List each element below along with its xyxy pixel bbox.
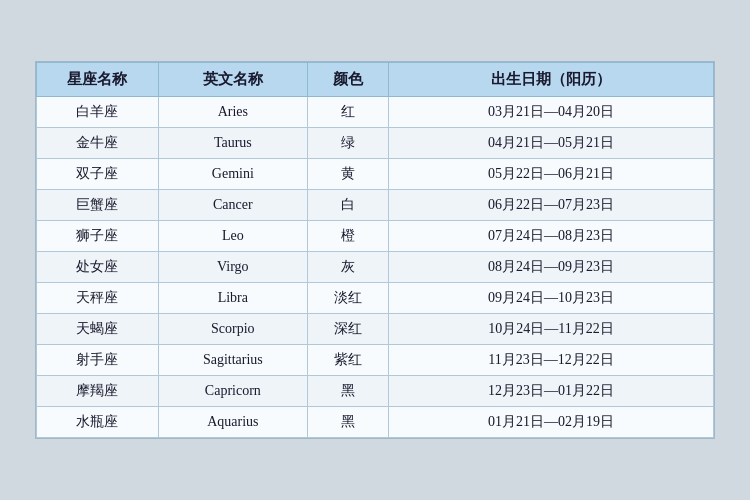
cell-chinese: 巨蟹座: [37, 190, 159, 221]
cell-color: 黄: [307, 159, 388, 190]
cell-english: Gemini: [158, 159, 307, 190]
cell-chinese: 双子座: [37, 159, 159, 190]
cell-english: Capricorn: [158, 376, 307, 407]
table-row: 天秤座Libra淡红09月24日—10月23日: [37, 283, 714, 314]
cell-chinese: 摩羯座: [37, 376, 159, 407]
cell-chinese: 白羊座: [37, 97, 159, 128]
cell-chinese: 射手座: [37, 345, 159, 376]
cell-english: Sagittarius: [158, 345, 307, 376]
header-english: 英文名称: [158, 63, 307, 97]
cell-chinese: 天秤座: [37, 283, 159, 314]
cell-dates: 08月24日—09月23日: [389, 252, 714, 283]
table-body: 白羊座Aries红03月21日—04月20日金牛座Taurus绿04月21日—0…: [37, 97, 714, 438]
table-row: 水瓶座Aquarius黑01月21日—02月19日: [37, 407, 714, 438]
cell-color: 紫红: [307, 345, 388, 376]
cell-dates: 10月24日—11月22日: [389, 314, 714, 345]
table-row: 摩羯座Capricorn黑12月23日—01月22日: [37, 376, 714, 407]
cell-dates: 07月24日—08月23日: [389, 221, 714, 252]
zodiac-table-container: 星座名称 英文名称 颜色 出生日期（阳历） 白羊座Aries红03月21日—04…: [35, 61, 715, 439]
cell-english: Aries: [158, 97, 307, 128]
table-row: 双子座Gemini黄05月22日—06月21日: [37, 159, 714, 190]
cell-dates: 11月23日—12月22日: [389, 345, 714, 376]
cell-english: Leo: [158, 221, 307, 252]
cell-english: Cancer: [158, 190, 307, 221]
cell-color: 灰: [307, 252, 388, 283]
cell-english: Scorpio: [158, 314, 307, 345]
cell-dates: 04月21日—05月21日: [389, 128, 714, 159]
cell-dates: 01月21日—02月19日: [389, 407, 714, 438]
cell-color: 红: [307, 97, 388, 128]
cell-color: 黑: [307, 407, 388, 438]
cell-dates: 06月22日—07月23日: [389, 190, 714, 221]
table-row: 巨蟹座Cancer白06月22日—07月23日: [37, 190, 714, 221]
cell-dates: 09月24日—10月23日: [389, 283, 714, 314]
cell-english: Virgo: [158, 252, 307, 283]
cell-dates: 12月23日—01月22日: [389, 376, 714, 407]
cell-english: Libra: [158, 283, 307, 314]
cell-english: Taurus: [158, 128, 307, 159]
cell-chinese: 狮子座: [37, 221, 159, 252]
table-row: 射手座Sagittarius紫红11月23日—12月22日: [37, 345, 714, 376]
table-row: 狮子座Leo橙07月24日—08月23日: [37, 221, 714, 252]
cell-color: 淡红: [307, 283, 388, 314]
cell-color: 绿: [307, 128, 388, 159]
table-row: 天蝎座Scorpio深红10月24日—11月22日: [37, 314, 714, 345]
table-row: 金牛座Taurus绿04月21日—05月21日: [37, 128, 714, 159]
cell-chinese: 处女座: [37, 252, 159, 283]
header-color: 颜色: [307, 63, 388, 97]
cell-color: 黑: [307, 376, 388, 407]
cell-dates: 05月22日—06月21日: [389, 159, 714, 190]
cell-chinese: 天蝎座: [37, 314, 159, 345]
cell-chinese: 水瓶座: [37, 407, 159, 438]
cell-color: 白: [307, 190, 388, 221]
table-row: 白羊座Aries红03月21日—04月20日: [37, 97, 714, 128]
cell-chinese: 金牛座: [37, 128, 159, 159]
cell-english: Aquarius: [158, 407, 307, 438]
cell-color: 橙: [307, 221, 388, 252]
table-header-row: 星座名称 英文名称 颜色 出生日期（阳历）: [37, 63, 714, 97]
header-chinese: 星座名称: [37, 63, 159, 97]
cell-color: 深红: [307, 314, 388, 345]
cell-dates: 03月21日—04月20日: [389, 97, 714, 128]
table-row: 处女座Virgo灰08月24日—09月23日: [37, 252, 714, 283]
header-date: 出生日期（阳历）: [389, 63, 714, 97]
zodiac-table: 星座名称 英文名称 颜色 出生日期（阳历） 白羊座Aries红03月21日—04…: [36, 62, 714, 438]
